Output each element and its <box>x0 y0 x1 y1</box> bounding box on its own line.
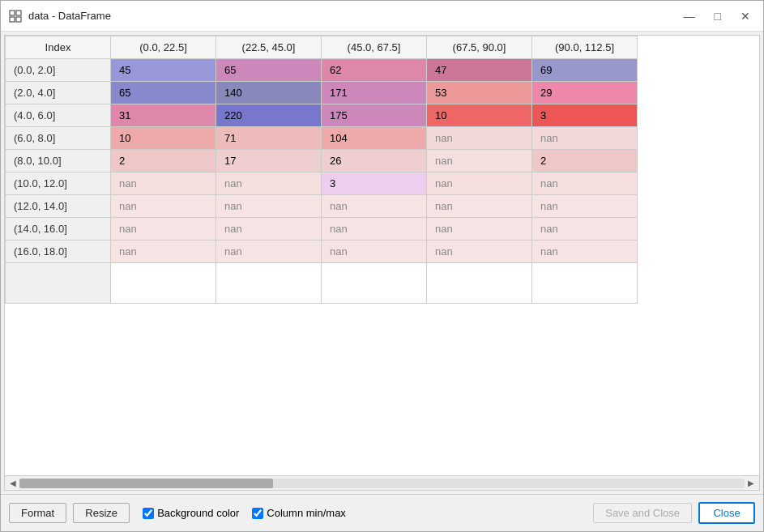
data-cell: 175 <box>322 104 427 127</box>
close-button[interactable]: Close <box>698 502 755 524</box>
col-header-0: (0.0, 22.5] <box>111 36 216 59</box>
close-window-button[interactable]: ✕ <box>736 9 755 23</box>
data-cell: nan <box>322 195 427 218</box>
col-minmax-checkbox-group: Column min/max <box>252 507 346 519</box>
col-header-4: (90.0, 112.5] <box>532 36 638 59</box>
grid-icon <box>9 10 22 23</box>
data-cell: 29 <box>532 82 638 104</box>
bg-color-label[interactable]: Background color <box>157 507 239 519</box>
data-cell: nan <box>111 240 216 263</box>
svg-rect-3 <box>16 17 21 22</box>
index-cell: (6.0, 8.0] <box>6 127 111 150</box>
minimize-button[interactable]: — <box>679 9 700 23</box>
data-cell: nan <box>111 218 216 240</box>
data-cell: nan <box>322 218 427 240</box>
table-row: (16.0, 18.0]nannannannannan <box>6 240 638 263</box>
data-cell: 3 <box>532 104 638 127</box>
table-row: (14.0, 16.0]nannannannannan <box>6 218 638 240</box>
index-cell: (12.0, 14.0] <box>6 195 111 218</box>
data-cell: nan <box>216 240 322 263</box>
table-row: (0.0, 2.0]4565624769 <box>6 59 638 82</box>
table-row: (12.0, 14.0]nannannannannan <box>6 195 638 218</box>
save-close-button[interactable]: Save and Close <box>593 503 692 523</box>
data-cell: 62 <box>322 59 427 82</box>
data-cell: nan <box>216 195 322 218</box>
format-button[interactable]: Format <box>9 503 66 523</box>
col-header-3: (67.5, 90.0] <box>427 36 532 59</box>
data-cell: 10 <box>427 104 532 127</box>
data-cell: 140 <box>216 82 322 104</box>
data-cell: 17 <box>216 150 322 172</box>
data-table: Index (0.0, 22.5] (22.5, 45.0] (45.0, 67… <box>5 36 638 304</box>
data-cell: nan <box>532 172 638 195</box>
bottom-bar: Format Resize Background color Column mi… <box>1 494 763 531</box>
data-cell: 45 <box>111 59 216 82</box>
data-cell: 2 <box>111 150 216 172</box>
scroll-thumb[interactable] <box>19 479 273 488</box>
index-cell: (8.0, 10.0] <box>6 150 111 172</box>
data-cell: nan <box>427 150 532 172</box>
index-header: Index <box>6 36 111 59</box>
empty-row <box>6 263 638 304</box>
index-cell: (4.0, 6.0] <box>6 104 111 127</box>
scroll-track[interactable] <box>19 479 745 488</box>
svg-rect-2 <box>10 17 15 22</box>
table-row: (10.0, 12.0]nannan3nannan <box>6 172 638 195</box>
col-minmax-label[interactable]: Column min/max <box>267 507 346 519</box>
content-area: Index (0.0, 22.5] (22.5, 45.0] (45.0, 67… <box>4 35 760 491</box>
maximize-button[interactable]: □ <box>710 9 726 23</box>
title-bar: data - DataFrame — □ ✕ <box>1 1 763 32</box>
data-cell: nan <box>322 240 427 263</box>
data-cell: 47 <box>427 59 532 82</box>
data-cell: 65 <box>111 82 216 104</box>
svg-rect-0 <box>10 11 15 15</box>
scroll-left-button[interactable]: ◀ <box>6 479 19 487</box>
window-title: data - DataFrame <box>28 10 111 22</box>
data-cell: nan <box>532 240 638 263</box>
data-cell: 71 <box>216 127 322 150</box>
data-cell: 10 <box>111 127 216 150</box>
table-header-row: Index (0.0, 22.5] (22.5, 45.0] (45.0, 67… <box>6 36 638 59</box>
col-header-1: (22.5, 45.0] <box>216 36 322 59</box>
index-cell: (10.0, 12.0] <box>6 172 111 195</box>
data-cell: 3 <box>322 172 427 195</box>
table-row: (2.0, 4.0]651401715329 <box>6 82 638 104</box>
data-cell: 26 <box>322 150 427 172</box>
svg-rect-1 <box>16 11 21 15</box>
index-cell: (16.0, 18.0] <box>6 240 111 263</box>
col-header-2: (45.0, 67.5] <box>322 36 427 59</box>
index-cell: (2.0, 4.0] <box>6 82 111 104</box>
window-controls: — □ ✕ <box>679 9 755 23</box>
index-cell: (14.0, 16.0] <box>6 218 111 240</box>
data-cell: nan <box>532 127 638 150</box>
data-cell: 31 <box>111 104 216 127</box>
horizontal-scrollbar[interactable]: ◀ ▶ <box>5 475 759 490</box>
data-cell: nan <box>427 172 532 195</box>
data-cell: 53 <box>427 82 532 104</box>
scroll-right-button[interactable]: ▶ <box>745 479 758 487</box>
table-row: (4.0, 6.0]31220175103 <box>6 104 638 127</box>
data-cell: 220 <box>216 104 322 127</box>
table-container[interactable]: Index (0.0, 22.5] (22.5, 45.0] (45.0, 67… <box>5 36 759 475</box>
data-cell: nan <box>216 218 322 240</box>
data-cell: nan <box>427 240 532 263</box>
data-cell: nan <box>532 195 638 218</box>
data-cell: nan <box>427 195 532 218</box>
data-cell: nan <box>532 218 638 240</box>
table-row: (8.0, 10.0]21726nan2 <box>6 150 638 172</box>
data-cell: 69 <box>532 59 638 82</box>
data-cell: 104 <box>322 127 427 150</box>
data-cell: nan <box>427 218 532 240</box>
data-cell: 2 <box>532 150 638 172</box>
bg-color-checkbox-group: Background color <box>143 507 239 519</box>
bg-color-checkbox[interactable] <box>143 508 154 519</box>
data-cell: 65 <box>216 59 322 82</box>
title-bar-left: data - DataFrame <box>9 10 111 23</box>
table-row: (6.0, 8.0]1071104nannan <box>6 127 638 150</box>
index-cell: (0.0, 2.0] <box>6 59 111 82</box>
data-cell: nan <box>216 172 322 195</box>
data-cell: 171 <box>322 82 427 104</box>
resize-button[interactable]: Resize <box>73 503 130 523</box>
data-cell: nan <box>427 127 532 150</box>
col-minmax-checkbox[interactable] <box>252 508 263 519</box>
